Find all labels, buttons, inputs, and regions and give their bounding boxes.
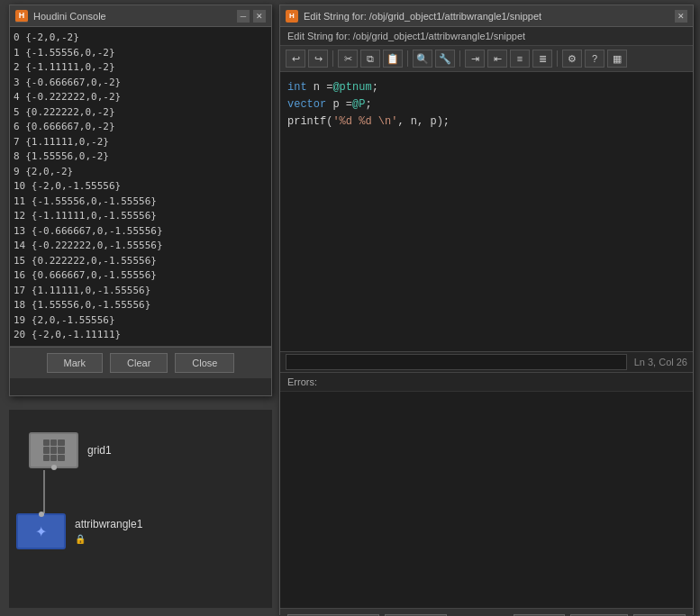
console-line: 15 {0.222222,0,-1.55556} [14,254,268,269]
console-line: 2 {-1.11111,0,-2} [14,60,268,76]
clear-button[interactable]: Clear [110,353,168,373]
minimize-button[interactable]: ─ [237,10,250,23]
code-string-format: '%d %d \n' [332,113,397,131]
console-line: 20 {-2,0,-1.11111} [14,328,268,343]
console-line: 14 {-0.222222,0,-1.55556} [14,239,268,254]
toolbar-sep-3 [459,50,460,67]
code-ptnum: @ptnum [332,79,371,96]
code-printf: printf( [287,113,332,131]
console-line: 10 {-2,0,-1.55556} [14,179,268,195]
errors-content [280,392,693,608]
redo-button[interactable]: ↪ [308,50,328,68]
console-line: 19 {2,0,-1.55556} [14,313,268,329]
edit-string-title: Edit String for: /obj/grid_object1/attri… [304,11,675,22]
console-line: 13 {-0.666667,0,-1.55556} [14,224,268,240]
toolbar-sep-4 [557,50,558,67]
window-controls: ─ ✕ [237,10,266,23]
console-line: 17 {1.11111,0,-1.55556} [14,284,268,299]
console-line: 18 {1.55556,0,-1.55556} [14,298,268,313]
houdini-console-window: H Houdini Console ─ ✕ 0 {-2,0,-2}1 {-1.5… [9,5,272,396]
toolbar-sep-1 [332,50,333,67]
code-semicolon-2: ; [365,96,371,113]
help-button[interactable]: ? [585,50,605,68]
attribwrangle1-label: attribwrangle1 [75,518,142,530]
lock-icon: 🔒 [75,534,86,544]
edit-window-controls: ✕ [675,10,687,23]
attrib-input-dot [39,512,44,517]
code-text-1: n = [307,79,333,96]
code-editor[interactable]: int n = @ptnum ; vector p = @P ; printf(… [280,72,693,351]
console-line: 4 {-0.222222,0,-2} [14,90,268,105]
editor-status-bar: Ln 3, Col 26 [280,351,693,373]
console-line: 9 {2,0,-2} [14,165,268,180]
grid1-node-item[interactable]: grid1 [29,432,112,468]
code-p: @P [352,96,365,113]
mark-button[interactable]: Mark [47,353,103,373]
indent-button[interactable]: ⇥ [465,50,485,68]
grid1-label: grid1 [87,444,112,457]
outdent-button[interactable]: ⇤ [487,50,507,68]
console-line: 12 {-1.11111,0,-1.55556} [14,209,268,224]
cut-button[interactable]: ✂ [338,50,358,68]
keyword-vector: vector [287,96,326,113]
node-graph[interactable]: grid1 ✦ attribwrangle1 🔒 [9,410,272,608]
grid1-output-dot [51,465,57,470]
toolbar-sep-2 [407,50,408,67]
console-line: 11 {-1.55556,0,-1.55556} [14,195,268,210]
attribwrangle1-node-box[interactable]: ✦ [16,513,66,549]
close-console-button[interactable]: Close [175,353,234,373]
extra-button[interactable]: ▦ [607,50,627,68]
console-line: 0 {-2,0,-2} [14,31,268,46]
console-line: 5 {0.222222,0,-2} [14,105,268,121]
edit-string-window: H Edit String for: /obj/grid_object1/att… [279,5,694,615]
code-semicolon-1: ; [372,79,378,96]
attribwrangle1-node-item[interactable]: ✦ attribwrangle1 🔒 [16,513,142,549]
code-line-3: printf( '%d %d \n' , n, p); [287,113,686,131]
undo-button[interactable]: ↩ [286,50,305,68]
grid1-node-box[interactable] [29,432,78,468]
edit-close-button[interactable]: ✕ [675,10,687,23]
edit-string-titlebar: H Edit String for: /obj/grid_object1/att… [280,5,693,27]
code-text-2: p = [326,96,352,113]
format-button[interactable]: ≣ [532,50,552,68]
close-button[interactable]: ✕ [253,10,266,23]
copy-button[interactable]: ⧉ [360,50,380,68]
code-line-2: vector p = @P ; [287,96,686,113]
console-line: 7 {1.11111,0,-2} [14,135,268,150]
node-connection-line [43,470,45,517]
cursor-position: Ln 3, Col 26 [634,357,687,367]
comment-button[interactable]: ≡ [510,50,530,68]
attrib-label-group: attribwrangle1 🔒 [75,518,142,545]
edit-title-icon: H [286,10,298,23]
grid-pattern-icon [43,439,65,461]
bottom-toolbar: External Editor Refresh Apply Accept Clo… [280,608,693,616]
console-titlebar: H Houdini Console ─ ✕ [10,5,271,27]
paste-button[interactable]: 📋 [383,50,403,68]
errors-label: Errors: [280,373,693,392]
console-line: 1 {-1.55556,0,-2} [14,46,268,61]
console-output[interactable]: 0 {-2,0,-2}1 {-1.55556,0,-2}2 {-1.11111,… [10,27,271,347]
code-printf-args: , n, p); [397,113,450,131]
settings-button[interactable]: ⚙ [562,50,582,68]
console-line: 6 {0.666667,0,-2} [14,120,268,135]
console-line: 8 {1.55556,0,-2} [14,149,268,165]
edit-toolbar: ↩ ↪ ✂ ⧉ 📋 🔍 🔧 ⇥ ⇤ ≡ ≣ ⚙ ? ▦ [280,46,693,72]
console-buttons-bar: Mark Clear Close [10,347,271,378]
code-line-1: int n = @ptnum ; [287,79,686,96]
console-line: 16 {0.666667,0,-1.55556} [14,268,268,284]
houdini-icon: H [15,10,28,23]
find-button[interactable]: 🔍 [413,50,432,68]
edit-subtitle: Edit String for: /obj/grid_object1/attri… [280,27,693,46]
status-input[interactable] [286,354,627,370]
keyword-int: int [287,79,307,96]
wrangle-icon: ✦ [35,523,47,540]
replace-button[interactable]: 🔧 [435,50,455,68]
errors-section: Errors: [280,373,693,608]
console-title: Houdini Console [33,11,237,22]
console-line: 3 {-0.666667,0,-2} [14,76,268,91]
